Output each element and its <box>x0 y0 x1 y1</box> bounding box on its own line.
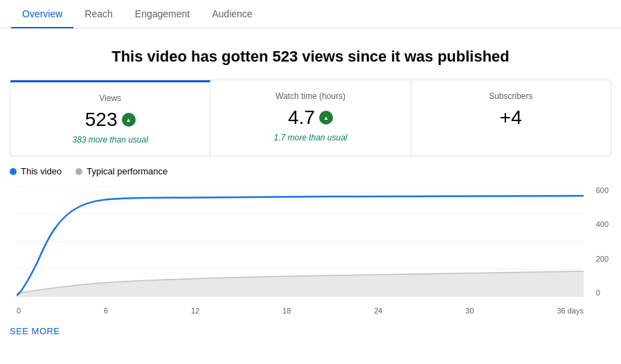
x-label-36: 36 days <box>557 307 584 315</box>
tab-engagement[interactable]: Engagement <box>124 0 201 28</box>
x-label-12: 12 <box>191 307 199 315</box>
tab-audience[interactable]: Audience <box>201 0 263 28</box>
stat-card-watchtime[interactable]: Watch time (hours) 4.7 1.7 more than usu… <box>210 80 411 156</box>
stat-value-row-subscribers: +4 <box>425 107 597 129</box>
stat-sub-watchtime: 1.7 more than usual <box>224 133 396 143</box>
stat-value-row-watchtime: 4.7 <box>224 107 396 129</box>
chart-legend: This video Typical performance <box>0 156 621 179</box>
tab-overview[interactable]: Overview <box>11 0 73 28</box>
stats-container: Views 523 383 more than usual Watch time… <box>10 80 611 156</box>
headline-section: This video has gotten 523 views since it… <box>0 28 621 80</box>
x-label-6: 6 <box>104 307 108 315</box>
tab-reach[interactable]: Reach <box>73 0 123 28</box>
y-label-600: 600 <box>596 186 609 194</box>
stat-sub-views: 383 more than usual <box>24 135 196 145</box>
legend-item-typical: Typical performance <box>75 166 168 176</box>
stat-label-watchtime: Watch time (hours) <box>224 91 396 101</box>
x-label-24: 24 <box>374 307 382 315</box>
legend-dot-this-video <box>10 168 17 175</box>
stat-value-subscribers: +4 <box>500 107 522 129</box>
y-label-400: 400 <box>596 220 609 228</box>
x-axis-labels: 0 6 12 18 24 30 36 days <box>17 307 584 315</box>
legend-item-this-video: This video <box>10 166 62 176</box>
stat-value-watchtime: 4.7 <box>288 107 315 129</box>
headline-title: This video has gotten 523 views since it… <box>11 48 610 66</box>
x-label-18: 18 <box>282 307 291 315</box>
stat-card-views[interactable]: Views 523 383 more than usual <box>10 80 210 156</box>
stat-label-views: Views <box>24 93 196 103</box>
x-label-30: 30 <box>465 307 474 315</box>
y-label-0: 0 <box>596 289 609 297</box>
typical-area <box>17 271 584 297</box>
stat-value-row-views: 523 <box>24 109 196 131</box>
chart-svg <box>17 186 584 297</box>
stat-card-subscribers[interactable]: Subscribers +4 <box>411 80 611 156</box>
legend-dot-typical <box>75 168 82 175</box>
legend-label-typical: Typical performance <box>87 166 168 176</box>
up-arrow-views <box>122 113 136 127</box>
stat-label-subscribers: Subscribers <box>425 91 597 101</box>
chart-container: 600 400 200 0 0 6 12 18 24 30 36 days <box>10 179 611 318</box>
y-label-200: 200 <box>596 255 609 263</box>
see-more-link[interactable]: SEE MORE <box>10 326 60 336</box>
see-more-section: SEE MORE <box>0 318 621 348</box>
legend-label-this-video: This video <box>21 166 62 176</box>
nav-tabs: Overview Reach Engagement Audience <box>0 0 621 28</box>
y-axis-labels: 600 400 200 0 <box>596 186 609 297</box>
x-label-0: 0 <box>17 307 21 315</box>
stat-value-views: 523 <box>85 109 118 131</box>
up-arrow-watchtime <box>319 111 333 125</box>
